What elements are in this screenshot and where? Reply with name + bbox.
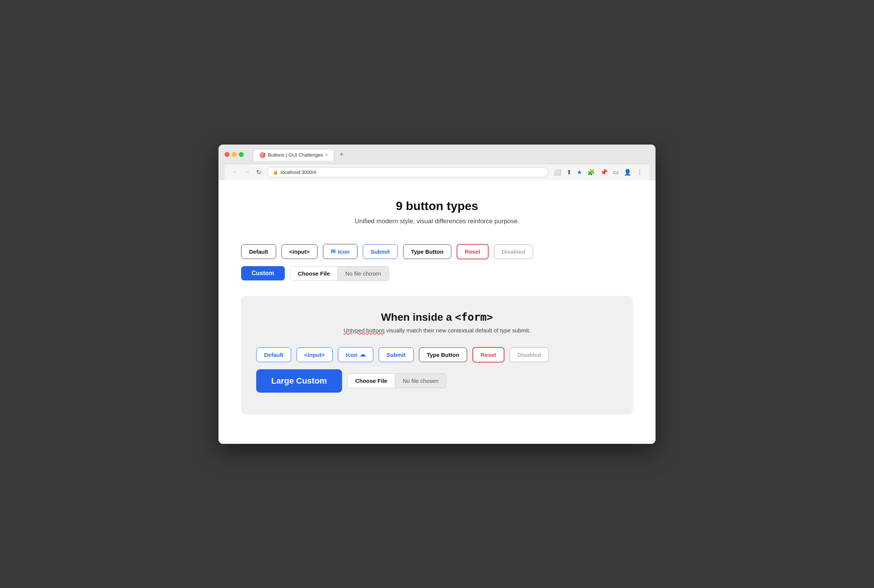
forward-button[interactable]: →	[243, 168, 252, 176]
page-subtitle: Unified modern style, visual differences…	[241, 218, 633, 225]
maximize-window-button[interactable]	[239, 152, 244, 157]
button-row-2: Custom Choose File No file chosen	[241, 266, 633, 281]
disabled-button: Disabled	[494, 244, 533, 259]
page-content: 9 button types Unified modern style, vis…	[218, 180, 656, 444]
no-file-chosen-text: No file chosen	[338, 267, 389, 280]
form-disabled-button: Disabled	[510, 347, 549, 362]
minimize-window-button[interactable]	[232, 152, 237, 157]
form-input-button[interactable]	[296, 347, 333, 362]
external-link-icon[interactable]: ⬜	[553, 168, 562, 177]
chrome-bar: 🎯 Buttons | GUI Challenges × + ← → ↻ 🔒 l…	[218, 145, 656, 180]
more-options-icon[interactable]: ⋮	[636, 168, 643, 177]
custom-button[interactable]: Custom	[241, 266, 285, 280]
extension-icon[interactable]: 🧩	[587, 168, 596, 177]
nav-buttons: ← → ↻	[231, 168, 263, 177]
default-button[interactable]: Default	[241, 244, 276, 259]
tab-close-icon[interactable]: ×	[325, 152, 328, 158]
cloud-icon: ☁	[360, 351, 365, 358]
form-section-subtitle: Untyped buttons visually match their new…	[256, 327, 618, 334]
form-icon-button[interactable]: Icon ☁	[338, 347, 373, 362]
form-choose-file-button[interactable]: Choose File	[348, 374, 395, 388]
pin-icon[interactable]: 📌	[599, 168, 608, 177]
traffic-lights	[225, 152, 244, 157]
email-icon: ✉	[331, 248, 336, 255]
address-input[interactable]: 🔒 localhost:3000/#	[267, 167, 549, 177]
back-button[interactable]: ←	[231, 168, 240, 176]
browser-actions: ⬜ ⬆ ★ 🧩 📌 ▭ 👤 ⋮	[553, 168, 643, 177]
browser-window: 🎯 Buttons | GUI Challenges × + ← → ↻ 🔒 l…	[218, 145, 656, 444]
input-button[interactable]	[281, 244, 318, 259]
form-button-row-1: Default Icon ☁ Submit Type Button Reset …	[256, 347, 618, 363]
type-button-button[interactable]: Type Button	[403, 244, 451, 259]
address-bar: ← → ↻ 🔒 localhost:3000/# ⬜ ⬆ ★ 🧩 📌 ▭ 👤 ⋮	[225, 164, 649, 180]
form-section: When inside a <form> Untyped buttons vis…	[241, 296, 633, 414]
button-row-1: Default ✉ Icon Submit Type Button Reset …	[241, 244, 633, 259]
close-window-button[interactable]	[225, 152, 229, 157]
icon-button[interactable]: ✉ Icon	[323, 244, 358, 259]
lock-icon: 🔒	[273, 169, 278, 175]
submit-button[interactable]: Submit	[363, 244, 398, 259]
form-section-title: When inside a <form>	[256, 311, 618, 323]
tab-label: Buttons | GUI Challenges	[268, 152, 323, 158]
profile-icon[interactable]: 👤	[623, 168, 632, 177]
form-submit-button[interactable]: Submit	[379, 347, 414, 362]
form-reset-button[interactable]: Reset	[472, 347, 504, 363]
choose-file-button[interactable]: Choose File	[290, 267, 338, 280]
form-file-input-group: Choose File No file chosen	[347, 373, 446, 388]
address-text: localhost:3000/#	[281, 169, 316, 175]
bookmark-icon[interactable]: ★	[576, 168, 583, 177]
form-type-button[interactable]: Type Button	[419, 347, 467, 362]
sidebar-icon[interactable]: ▭	[612, 168, 619, 177]
tabs-row: 🎯 Buttons | GUI Challenges × +	[253, 148, 347, 161]
file-input-group: Choose File No file chosen	[290, 266, 389, 281]
large-custom-button[interactable]: Large Custom	[256, 369, 342, 393]
active-tab[interactable]: 🎯 Buttons | GUI Challenges ×	[253, 149, 334, 161]
form-button-row-2: Large Custom Choose File No file chosen	[256, 369, 618, 393]
reset-button[interactable]: Reset	[457, 244, 489, 259]
titlebar: 🎯 Buttons | GUI Challenges × +	[225, 148, 649, 161]
new-tab-button[interactable]: +	[336, 148, 347, 161]
page-title: 9 button types	[241, 199, 633, 213]
share-icon[interactable]: ⬆	[566, 168, 572, 177]
form-default-button[interactable]: Default	[256, 347, 291, 362]
refresh-button[interactable]: ↻	[255, 168, 263, 177]
tab-favicon-icon: 🎯	[259, 152, 266, 158]
form-no-file-chosen-text: No file chosen	[395, 374, 446, 388]
